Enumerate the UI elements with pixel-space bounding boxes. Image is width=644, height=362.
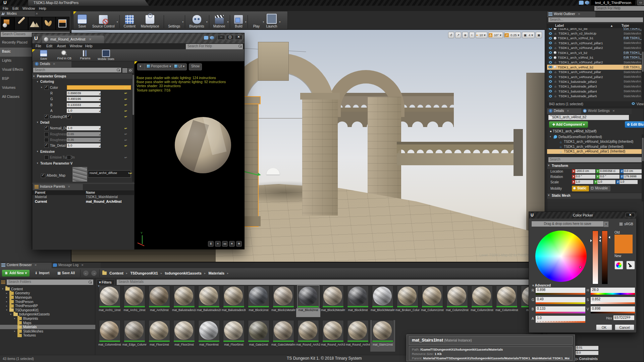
param-override-checkbox[interactable]: ✓ (44, 85, 49, 90)
breadcrumb-item[interactable]: Content (109, 271, 123, 275)
param-override-checkbox[interactable]: ✓ (44, 143, 49, 148)
search-folders-input[interactable]: Search Folders (7, 280, 93, 285)
constraints-section-header[interactable]: ▷ Constraints (576, 357, 598, 361)
material-details-tab[interactable]: iDetails✕ (33, 61, 71, 67)
material-tool-button[interactable]: Params (75, 50, 95, 60)
mode-geometry-button[interactable] (56, 17, 69, 30)
expand-arrow[interactable]: ▸ (13, 317, 16, 320)
component-row[interactable]: ⌂ TSDK1_arch_v4Round_blockUpBig (Inherit… (547, 139, 644, 144)
toolbar-button[interactable]: Source Control ▾ (90, 15, 117, 28)
rotation-snap-toggle[interactable]: ∆ 10° ▾ (488, 32, 503, 38)
breadcrumb-item[interactable]: Materials (208, 271, 224, 275)
outliner-actor-row[interactable]: TSDK1_arch_v3_b2 Edit TSDK1_ (547, 50, 644, 55)
toolbar-dropdown-arrow[interactable]: ▾ (206, 20, 208, 23)
material-sphere-thumbnail[interactable] (273, 320, 294, 342)
asset-tile[interactable]: mat_Round_Arch3Inst (321, 320, 345, 352)
actor-type-link[interactable]: Edit TSDK1_ (624, 65, 644, 69)
component-row[interactable]: ⌂ TSDK1_arch_v4Round_pillar (Inherited) (547, 144, 644, 149)
material-tool-button[interactable]: Save (34, 50, 54, 60)
actor-type-link[interactable]: StaticMeshA (624, 75, 644, 78)
asset-tile[interactable]: mat_Balustrades1Inst (172, 286, 197, 317)
asset-tile[interactable]: mat_Round_Arch4Inst (345, 320, 370, 352)
material-sphere-thumbnail[interactable] (173, 320, 195, 342)
reset-to-default-icon[interactable]: ↩ (124, 156, 127, 159)
asset-tile[interactable]: mat_Block3Inst (345, 286, 370, 317)
param-row[interactable]: R 0.898039◢ ↩ (32, 90, 132, 96)
physics-value-field[interactable]: 0.0 (576, 351, 598, 355)
material-sphere-thumbnail[interactable] (99, 320, 120, 342)
expand-arrow[interactable]: ▾ (5, 309, 8, 311)
y-axis-field[interactable]: Y0.0 ° (596, 175, 620, 179)
value-bar-handle[interactable] (600, 236, 601, 239)
expand-arrow[interactable]: ▸ (5, 300, 8, 303)
back-button[interactable]: ← (83, 270, 89, 276)
folder-row[interactable]: ▸ Blueprints (0, 316, 95, 321)
import-button[interactable]: ⇓ Import (32, 270, 52, 277)
outliner-actor-row[interactable]: TSDK1_arch_v3Rnd_b1 Edit TSDK1_ (547, 55, 644, 60)
material-sphere-thumbnail[interactable] (422, 286, 443, 308)
material-sphere-thumbnail[interactable] (223, 286, 245, 308)
mode-foliage-button[interactable] (42, 17, 56, 30)
view-options-button[interactable]: View (631, 102, 644, 106)
outliner-actor-row[interactable]: ⌂ TSDK1_arch_v2_blockUp StaticMeshA (547, 31, 644, 36)
menu-edit[interactable]: Edit (46, 44, 52, 48)
outliner-actor-row[interactable]: ⌂ TSDK1_balustrade_pillar5 StaticMeshA (547, 94, 644, 98)
outliner-scrollbar[interactable] (642, 28, 644, 101)
close-icon[interactable]: ✕ (89, 37, 92, 41)
channel-gradient-strip[interactable] (536, 302, 585, 304)
lit-mode-button[interactable]: Lit ▾ (172, 63, 187, 70)
actor-type-link[interactable]: StaticMeshA (624, 61, 644, 64)
close-icon[interactable]: ✕ (68, 185, 70, 188)
material-sphere-thumbnail[interactable] (397, 286, 418, 308)
material-sphere-thumbnail[interactable] (248, 320, 269, 342)
window-minimize-button[interactable]: ▭ (637, 0, 644, 5)
material-sphere-thumbnail[interactable] (372, 320, 393, 342)
ok-button[interactable]: OK (596, 324, 612, 330)
maximize-viewport-button[interactable]: ↗ (455, 32, 461, 38)
grid-view-button[interactable] (122, 68, 128, 73)
details-scrollbar[interactable] (642, 134, 644, 201)
param-value-field[interactable]: 0.898039◢ (67, 91, 101, 96)
folder-row[interactable]: ▸ StaticMeshes (0, 329, 95, 334)
srgb-checkbox[interactable] (619, 222, 623, 226)
surface-snap-button[interactable]: + (469, 32, 475, 38)
param-row[interactable]: ▾ ✓ Color ◢ ↩ (32, 84, 132, 90)
folder-row[interactable]: ▸ Geometry (0, 291, 95, 296)
view-options-eye-button[interactable] (128, 68, 133, 73)
actor-type-link[interactable]: StaticMeshA (624, 32, 644, 35)
outliner-actor-row[interactable]: ⌂ TSDK1_balustrade_pillar4 StaticMeshA (547, 89, 644, 94)
z-axis-field[interactable]: Z1.0 (616, 180, 638, 184)
menu-asset[interactable]: Asset (57, 44, 66, 48)
preview-sphere-button[interactable]: ● (215, 241, 221, 247)
param-override-checkbox[interactable] (44, 132, 49, 136)
instance-parent-row[interactable]: Material TSDK1_MainMaterial (32, 195, 135, 200)
eyedropper-button[interactable] (626, 261, 635, 269)
visibility-eye-icon[interactable] (548, 56, 552, 59)
toolbar-button[interactable]: Play ▾ (248, 15, 263, 28)
asset-tile[interactable]: mat_Column2Inst (445, 286, 470, 317)
component-row[interactable]: ▾ DefaultSceneRoot (Inherited) (547, 134, 644, 139)
visibility-eye-icon[interactable] (548, 37, 552, 40)
mobility-static-button[interactable]: Static (572, 186, 589, 191)
transform-label[interactable]: Scale (550, 180, 571, 184)
reset-to-default-icon[interactable]: ↩ (124, 98, 127, 101)
toolbar-button[interactable]: Launch ▾ (264, 14, 279, 28)
material-sphere-thumbnail[interactable] (173, 286, 195, 308)
reset-to-default-icon[interactable]: ↩ (124, 127, 127, 130)
expand-arrow[interactable]: ▾ (9, 313, 12, 316)
channel-value-field[interactable]: 0.898 (536, 288, 585, 293)
param-row[interactable]: ✓ ColoringOffOn ◢ ✓ ↩ (32, 114, 132, 119)
message-log-tab[interactable]: Message Log✕ (52, 262, 101, 268)
toolbar-button[interactable]: Marketplace (139, 15, 161, 28)
outliner-actor-row[interactable]: ⌂ TSDK1_balustrade_pillar3 StaticMeshA (547, 84, 644, 89)
param-value-field[interactable]: 0.35◢ (67, 138, 101, 142)
outliner-actor-row[interactable]: TSDK1_arch_v2Rnd_b1 Edit TSDK1_ (547, 36, 644, 41)
outliner-column-header[interactable]: Label ▴ Type (547, 23, 644, 28)
minimize-button[interactable]: ─ (217, 35, 225, 40)
param-row[interactable]: ✓ Tile_Detail 5.0◢ ↩ (32, 143, 132, 148)
outliner-actor-row[interactable]: ⌂ TSDK1_balustrade_pillar2 StaticMeshA (547, 79, 644, 84)
param-row[interactable]: B 0.133333◢ ↩ (32, 102, 132, 108)
actor-type-link[interactable]: Edit TSDK1_ (624, 28, 644, 31)
folder-row[interactable]: Materials (0, 325, 95, 329)
param-value-field[interactable]: 1.0◢ (67, 109, 101, 113)
